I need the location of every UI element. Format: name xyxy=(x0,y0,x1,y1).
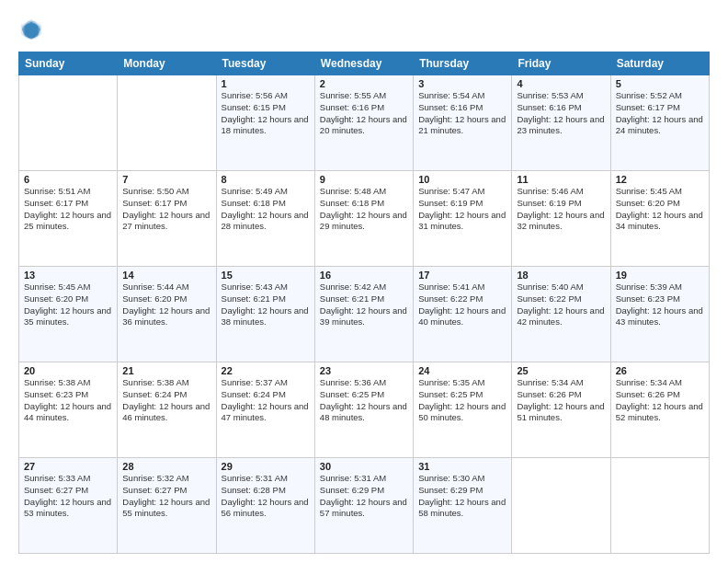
day-info: Sunrise: 5:31 AM Sunset: 6:29 PM Dayligh… xyxy=(320,473,408,520)
day-number: 3 xyxy=(418,78,506,89)
calendar-day-cell: 2Sunrise: 5:55 AM Sunset: 6:16 PM Daylig… xyxy=(314,75,413,171)
day-number: 19 xyxy=(616,270,704,281)
day-number: 6 xyxy=(24,174,112,185)
day-number: 30 xyxy=(320,461,408,472)
day-number: 28 xyxy=(122,461,210,472)
calendar-day-cell: 29Sunrise: 5:31 AM Sunset: 6:28 PM Dayli… xyxy=(216,458,314,554)
day-of-week-header: Monday xyxy=(118,52,216,75)
calendar-week-row: 1Sunrise: 5:56 AM Sunset: 6:15 PM Daylig… xyxy=(19,75,710,171)
day-info: Sunrise: 5:53 AM Sunset: 6:16 PM Dayligh… xyxy=(517,90,605,137)
calendar-week-row: 13Sunrise: 5:45 AM Sunset: 6:20 PM Dayli… xyxy=(19,267,710,362)
logo-icon xyxy=(18,17,44,42)
page: SundayMondayTuesdayWednesdayThursdayFrid… xyxy=(0,0,728,563)
day-number: 14 xyxy=(122,270,210,281)
day-number: 20 xyxy=(24,365,112,376)
calendar-day-cell xyxy=(512,458,610,554)
day-info: Sunrise: 5:31 AM Sunset: 6:28 PM Dayligh… xyxy=(222,473,310,520)
day-number: 8 xyxy=(222,174,310,185)
logo xyxy=(18,17,48,42)
day-info: Sunrise: 5:32 AM Sunset: 6:27 PM Dayligh… xyxy=(122,473,210,520)
calendar-day-cell: 21Sunrise: 5:38 AM Sunset: 6:24 PM Dayli… xyxy=(118,362,216,458)
calendar-day-cell: 5Sunrise: 5:52 AM Sunset: 6:17 PM Daylig… xyxy=(610,75,709,171)
calendar-day-cell: 26Sunrise: 5:34 AM Sunset: 6:26 PM Dayli… xyxy=(610,362,709,458)
calendar-day-cell: 6Sunrise: 5:51 AM Sunset: 6:17 PM Daylig… xyxy=(19,171,118,267)
day-of-week-header: Friday xyxy=(512,52,610,75)
day-info: Sunrise: 5:36 AM Sunset: 6:25 PM Dayligh… xyxy=(320,377,408,424)
day-number: 15 xyxy=(222,270,310,281)
calendar-day-cell: 27Sunrise: 5:33 AM Sunset: 6:27 PM Dayli… xyxy=(19,458,118,554)
day-info: Sunrise: 5:48 AM Sunset: 6:18 PM Dayligh… xyxy=(320,186,408,233)
day-number: 13 xyxy=(24,270,112,281)
calendar-day-cell: 19Sunrise: 5:39 AM Sunset: 6:23 PM Dayli… xyxy=(610,267,709,362)
day-number: 1 xyxy=(222,78,310,89)
calendar-day-cell: 23Sunrise: 5:36 AM Sunset: 6:25 PM Dayli… xyxy=(314,362,413,458)
calendar-day-cell: 30Sunrise: 5:31 AM Sunset: 6:29 PM Dayli… xyxy=(314,458,413,554)
day-number: 2 xyxy=(320,78,408,89)
day-number: 22 xyxy=(222,365,310,376)
day-number: 18 xyxy=(517,270,605,281)
day-number: 16 xyxy=(320,270,408,281)
day-info: Sunrise: 5:42 AM Sunset: 6:21 PM Dayligh… xyxy=(320,282,408,328)
day-info: Sunrise: 5:45 AM Sunset: 6:20 PM Dayligh… xyxy=(24,282,112,328)
day-number: 10 xyxy=(418,174,506,185)
day-number: 7 xyxy=(122,174,210,185)
day-of-week-header: Saturday xyxy=(610,52,709,75)
calendar-day-cell: 14Sunrise: 5:44 AM Sunset: 6:20 PM Dayli… xyxy=(118,267,216,362)
calendar-day-cell: 28Sunrise: 5:32 AM Sunset: 6:27 PM Dayli… xyxy=(118,458,216,554)
calendar-day-cell: 8Sunrise: 5:49 AM Sunset: 6:18 PM Daylig… xyxy=(216,171,314,267)
calendar-day-cell: 24Sunrise: 5:35 AM Sunset: 6:25 PM Dayli… xyxy=(414,362,512,458)
calendar-day-cell: 4Sunrise: 5:53 AM Sunset: 6:16 PM Daylig… xyxy=(512,75,610,171)
day-of-week-header: Thursday xyxy=(414,52,512,75)
calendar-day-cell: 3Sunrise: 5:54 AM Sunset: 6:16 PM Daylig… xyxy=(414,75,512,171)
day-info: Sunrise: 5:38 AM Sunset: 6:23 PM Dayligh… xyxy=(24,377,112,424)
calendar-day-cell: 18Sunrise: 5:40 AM Sunset: 6:22 PM Dayli… xyxy=(512,267,610,362)
day-number: 11 xyxy=(517,174,605,185)
day-info: Sunrise: 5:55 AM Sunset: 6:16 PM Dayligh… xyxy=(320,90,408,137)
day-info: Sunrise: 5:47 AM Sunset: 6:19 PM Dayligh… xyxy=(418,186,506,233)
calendar-day-cell: 20Sunrise: 5:38 AM Sunset: 6:23 PM Dayli… xyxy=(19,362,118,458)
calendar-week-row: 6Sunrise: 5:51 AM Sunset: 6:17 PM Daylig… xyxy=(19,171,710,267)
day-info: Sunrise: 5:52 AM Sunset: 6:17 PM Dayligh… xyxy=(616,90,704,137)
calendar-day-cell: 7Sunrise: 5:50 AM Sunset: 6:17 PM Daylig… xyxy=(118,171,216,267)
day-number: 27 xyxy=(24,461,112,472)
day-number: 5 xyxy=(616,78,704,89)
calendar-week-row: 27Sunrise: 5:33 AM Sunset: 6:27 PM Dayli… xyxy=(19,458,710,554)
day-number: 31 xyxy=(418,461,506,472)
day-info: Sunrise: 5:50 AM Sunset: 6:17 PM Dayligh… xyxy=(122,186,210,233)
day-info: Sunrise: 5:39 AM Sunset: 6:23 PM Dayligh… xyxy=(616,282,704,328)
calendar-day-cell: 31Sunrise: 5:30 AM Sunset: 6:29 PM Dayli… xyxy=(414,458,512,554)
calendar-day-cell: 12Sunrise: 5:45 AM Sunset: 6:20 PM Dayli… xyxy=(610,171,709,267)
day-info: Sunrise: 5:33 AM Sunset: 6:27 PM Dayligh… xyxy=(24,473,112,520)
day-number: 12 xyxy=(616,174,704,185)
day-number: 4 xyxy=(517,78,605,89)
calendar-day-cell: 16Sunrise: 5:42 AM Sunset: 6:21 PM Dayli… xyxy=(314,267,413,362)
calendar-day-cell: 17Sunrise: 5:41 AM Sunset: 6:22 PM Dayli… xyxy=(414,267,512,362)
day-info: Sunrise: 5:56 AM Sunset: 6:15 PM Dayligh… xyxy=(222,90,310,137)
day-info: Sunrise: 5:41 AM Sunset: 6:22 PM Dayligh… xyxy=(418,282,506,328)
day-info: Sunrise: 5:51 AM Sunset: 6:17 PM Dayligh… xyxy=(24,186,112,233)
day-of-week-header: Wednesday xyxy=(314,52,413,75)
day-info: Sunrise: 5:43 AM Sunset: 6:21 PM Dayligh… xyxy=(222,282,310,328)
calendar-day-cell: 11Sunrise: 5:46 AM Sunset: 6:19 PM Dayli… xyxy=(512,171,610,267)
day-info: Sunrise: 5:30 AM Sunset: 6:29 PM Dayligh… xyxy=(418,473,506,520)
day-number: 29 xyxy=(222,461,310,472)
calendar-day-cell xyxy=(118,75,216,171)
calendar-day-cell: 1Sunrise: 5:56 AM Sunset: 6:15 PM Daylig… xyxy=(216,75,314,171)
calendar-day-cell: 15Sunrise: 5:43 AM Sunset: 6:21 PM Dayli… xyxy=(216,267,314,362)
calendar-day-cell: 9Sunrise: 5:48 AM Sunset: 6:18 PM Daylig… xyxy=(314,171,413,267)
day-info: Sunrise: 5:35 AM Sunset: 6:25 PM Dayligh… xyxy=(418,377,506,424)
day-number: 9 xyxy=(320,174,408,185)
day-info: Sunrise: 5:49 AM Sunset: 6:18 PM Dayligh… xyxy=(222,186,310,233)
day-info: Sunrise: 5:37 AM Sunset: 6:24 PM Dayligh… xyxy=(222,377,310,424)
day-number: 23 xyxy=(320,365,408,376)
header xyxy=(18,17,710,42)
calendar-day-cell: 25Sunrise: 5:34 AM Sunset: 6:26 PM Dayli… xyxy=(512,362,610,458)
calendar-table: SundayMondayTuesdayWednesdayThursdayFrid… xyxy=(18,52,710,554)
day-of-week-header: Tuesday xyxy=(216,52,314,75)
day-info: Sunrise: 5:45 AM Sunset: 6:20 PM Dayligh… xyxy=(616,186,704,233)
calendar-day-cell: 13Sunrise: 5:45 AM Sunset: 6:20 PM Dayli… xyxy=(19,267,118,362)
calendar-day-cell xyxy=(610,458,709,554)
day-of-week-header: Sunday xyxy=(19,52,118,75)
day-info: Sunrise: 5:34 AM Sunset: 6:26 PM Dayligh… xyxy=(616,377,704,424)
day-info: Sunrise: 5:40 AM Sunset: 6:22 PM Dayligh… xyxy=(517,282,605,328)
